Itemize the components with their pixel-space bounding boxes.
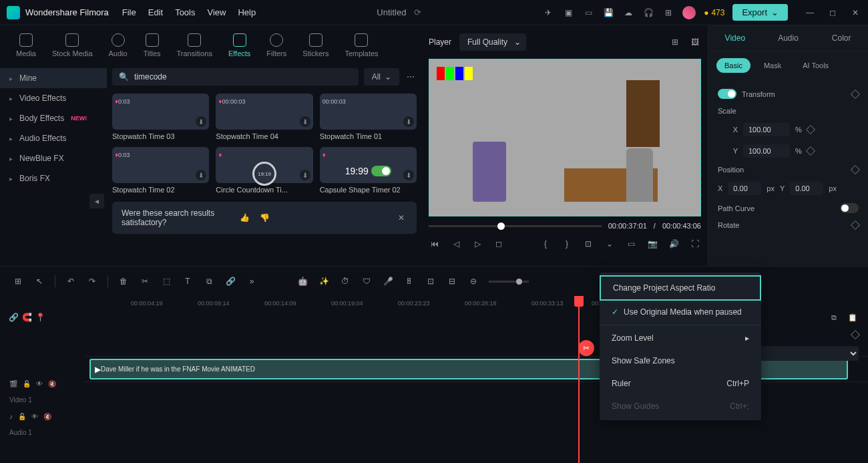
crop-icon[interactable]: ⬚	[160, 275, 172, 287]
snapshot-icon[interactable]: 📷	[646, 238, 658, 250]
tab-filters[interactable]: Filters	[260, 31, 293, 60]
maximize-icon[interactable]: ◻	[827, 7, 839, 19]
send-icon[interactable]: ✈	[542, 7, 554, 19]
mic-icon[interactable]: 🎤	[382, 275, 394, 287]
effect-card[interactable]: ♦19:19⬇Circle Countdown Ti...	[216, 147, 312, 194]
bracket-left-icon[interactable]: {	[539, 238, 552, 250]
effect-card[interactable]: ♦0:03⬇Stopwatch Time 03	[112, 94, 209, 140]
tab-titles[interactable]: Titles	[137, 31, 168, 60]
tab-transitions[interactable]: Transitions	[170, 31, 219, 60]
cursor-icon[interactable]: ↖	[33, 275, 45, 287]
group-icon[interactable]: ⊡	[425, 275, 437, 287]
subtab-mask[interactable]: Mask	[756, 58, 789, 73]
effect-card[interactable]: ♦0:03⬇Stopwatch Time 02	[112, 147, 209, 194]
download-icon[interactable]: ⬇	[300, 116, 310, 127]
play-icon[interactable]: ▷	[471, 238, 483, 250]
download-icon[interactable]: ⬇	[300, 170, 310, 180]
rtab-audio[interactable]: Audio	[762, 25, 815, 51]
effect-card[interactable]: ♦19:99⬇Capsule Shape Timer 02	[320, 147, 417, 194]
screen-icon[interactable]: ▭	[582, 7, 594, 19]
preview-scrubber[interactable]	[429, 225, 602, 227]
keyframe-icon[interactable]	[851, 330, 860, 339]
stop-icon[interactable]: ◻	[493, 238, 505, 250]
copy-icon[interactable]: ⧉	[203, 275, 215, 287]
chevron-down-icon[interactable]: ⌄	[604, 238, 616, 250]
bracket-right-icon[interactable]: }	[561, 238, 573, 250]
link-icon[interactable]: 🔗	[9, 313, 17, 321]
avatar[interactable]	[682, 6, 696, 19]
redo-icon[interactable]: ↷	[86, 275, 98, 287]
export-button[interactable]: Export ⌄	[732, 4, 788, 21]
transform-toggle[interactable]	[718, 89, 736, 99]
minimize-icon[interactable]: —	[804, 7, 816, 19]
mute-icon[interactable]: 🔇	[48, 380, 56, 388]
save-icon[interactable]: 💾	[602, 7, 614, 19]
effect-card[interactable]: 00:00:03⬇Stopwatch Time 01	[320, 94, 417, 140]
collapse-sidebar-button[interactable]: ◂	[89, 194, 104, 208]
cloud-upload-icon[interactable]: ☁	[622, 7, 634, 19]
effect-card[interactable]: ♦00:00:03⬇Stopwatch Time 04	[216, 94, 312, 140]
ctx-safe-zones[interactable]: Show Safe Zones	[600, 349, 761, 372]
sidebar-item-mine[interactable]: ▸Mine	[0, 68, 107, 88]
play-backward-icon[interactable]: ◁	[450, 238, 462, 250]
pos-x-input[interactable]	[728, 182, 761, 195]
playhead[interactable]	[578, 296, 580, 463]
search-input-container[interactable]: 🔍	[112, 68, 359, 86]
cut-icon[interactable]: ✂	[139, 275, 151, 287]
download-icon[interactable]: ⬇	[196, 116, 206, 127]
close-icon[interactable]: ✕	[849, 7, 861, 19]
zoom-out-icon[interactable]: ⊖	[467, 275, 479, 287]
apps-icon[interactable]: ⊞	[662, 7, 674, 19]
lock-icon[interactable]: 🔓	[18, 413, 26, 420]
magnet-icon[interactable]: 🧲	[23, 313, 31, 321]
rtab-color[interactable]: Color	[815, 25, 868, 51]
menu-help[interactable]: Help	[238, 7, 256, 17]
keyframe-icon[interactable]	[851, 165, 860, 174]
volume-icon[interactable]: 🔊	[668, 238, 680, 250]
more-icon[interactable]: ⋯	[405, 71, 417, 83]
menu-edit[interactable]: Edit	[148, 7, 163, 17]
tab-audio[interactable]: Audio	[102, 31, 134, 60]
pos-y-input[interactable]	[790, 182, 823, 195]
path-toggle[interactable]	[840, 203, 859, 213]
prev-frame-icon[interactable]: ⏮	[429, 238, 441, 250]
ctx-change-aspect[interactable]: Change Project Aspect Ratio	[600, 275, 761, 301]
display-settings-icon[interactable]: ▭	[625, 238, 637, 250]
picture-icon[interactable]: 🖼	[689, 36, 701, 48]
sidebar-item-audio-effects[interactable]: ▸Audio Effects	[0, 128, 107, 148]
more-icon[interactable]: »	[246, 275, 258, 287]
tab-stickers[interactable]: Stickers	[296, 31, 335, 60]
delete-icon[interactable]: 🗑	[118, 275, 130, 287]
shield-icon[interactable]: 🛡	[361, 275, 373, 287]
search-input[interactable]	[134, 72, 352, 82]
mute-icon[interactable]: 🔇	[43, 413, 51, 420]
subtab-ai[interactable]: AI Tools	[795, 58, 837, 73]
marker-icon[interactable]: ⊡	[582, 238, 594, 250]
video-track-header[interactable]: 🎬 🔓 👁 🔇	[0, 371, 84, 396]
keyframe-icon[interactable]	[851, 220, 860, 230]
mixer-icon[interactable]: 🎚	[403, 275, 415, 287]
sidebar-item-newblue[interactable]: ▸NewBlue FX	[0, 148, 107, 168]
cloud-icon[interactable]: ⟳	[414, 7, 421, 17]
quality-dropdown[interactable]: Full Quality⌄	[459, 33, 526, 51]
speed-icon[interactable]: ⏱	[339, 275, 351, 287]
marker-icon[interactable]: 📍	[36, 313, 44, 321]
download-icon[interactable]: ⬇	[403, 116, 414, 127]
cut-marker-icon[interactable]: ✂	[578, 340, 594, 356]
lock-icon[interactable]: 🔓	[23, 380, 31, 388]
sidebar-item-body-effects[interactable]: ▸Body EffectsNEW!	[0, 108, 107, 128]
keyframe-icon[interactable]	[806, 125, 815, 134]
undo-icon[interactable]: ↶	[65, 275, 77, 287]
scale-y-input[interactable]	[743, 144, 790, 158]
keyframe-icon[interactable]	[806, 146, 815, 156]
record-icon[interactable]: ▣	[562, 7, 574, 19]
ai-icon[interactable]: 🤖	[296, 275, 308, 287]
headphones-icon[interactable]: 🎧	[642, 7, 654, 19]
subtab-basic[interactable]: Basic	[716, 58, 750, 73]
audio-track-header[interactable]: ♪ 🔓 👁 🔇	[0, 404, 84, 429]
link-icon[interactable]: 🔗	[224, 275, 236, 287]
ctx-zoom-level[interactable]: Zoom Level▸	[600, 327, 761, 349]
filter-dropdown[interactable]: All⌄	[364, 68, 399, 86]
split-icon[interactable]: ⊟	[446, 275, 458, 287]
visibility-icon[interactable]: 👁	[36, 380, 43, 388]
